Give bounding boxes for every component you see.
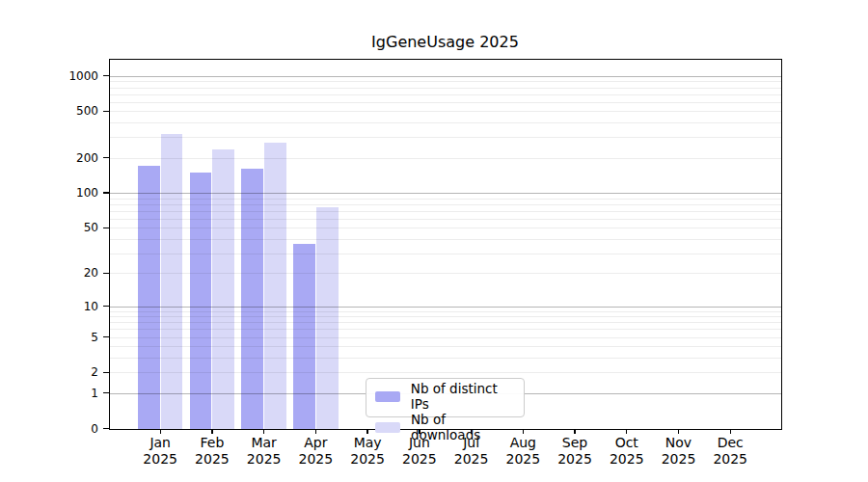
y-tick-label-500: 500 <box>37 103 98 119</box>
bar-distinct-ips-mar <box>241 169 263 428</box>
y-tick-label-1000: 1000 <box>37 68 98 84</box>
chart-title: IgGeneUsage 2025 <box>109 33 781 52</box>
x-tick-mar <box>263 430 264 435</box>
x-tick-may <box>366 430 367 435</box>
x-tick-aug <box>523 430 524 435</box>
x-tick-label-dec: Dec 2025 <box>696 435 764 468</box>
y-grid-minor-20 <box>110 273 781 274</box>
y-grid-minor-500 <box>110 111 781 112</box>
chart-figure: IgGeneUsage 2025 01251020501002005001000… <box>0 0 868 482</box>
y-grid-minor-9 <box>110 311 781 312</box>
y-grid-minor-8 <box>110 316 781 317</box>
y-grid-minor-80 <box>110 204 781 205</box>
y-grid-minor-600 <box>110 102 781 103</box>
y-grid-minor-3 <box>110 358 781 359</box>
y-tick-label-100: 100 <box>37 185 98 201</box>
y-grid-minor-800 <box>110 88 781 89</box>
y-grid-minor-7 <box>110 322 781 323</box>
legend-label-distinct-ips: Nb of distinct IPs <box>411 381 515 412</box>
y-tick-label-10: 10 <box>37 299 98 314</box>
y-grid-minor-50 <box>110 228 781 228</box>
y-grid-minor-70 <box>110 211 781 212</box>
y-grid-major-100 <box>110 193 781 194</box>
y-tick-label-1: 1 <box>37 386 98 401</box>
x-tick-jan <box>160 430 161 435</box>
y-tick-label-50: 50 <box>37 220 98 235</box>
y-tick-0 <box>103 428 109 429</box>
y-grid-minor-4 <box>110 346 781 347</box>
y-tick-1000 <box>103 75 109 76</box>
bar-distinct-ips-jan <box>138 166 160 428</box>
x-tick-feb <box>211 430 212 435</box>
y-tick-label-200: 200 <box>37 150 98 166</box>
x-tick-dec <box>730 430 731 435</box>
bar-downloads-feb <box>212 149 234 428</box>
legend-swatch-distinct-ips-icon <box>375 391 400 402</box>
bar-downloads-apr <box>316 207 339 428</box>
x-tick-oct <box>626 430 627 435</box>
y-grid-minor-400 <box>110 122 781 123</box>
bar-downloads-jan <box>161 134 183 429</box>
y-tick-2 <box>103 372 109 373</box>
legend-item-downloads: Nb of downloads <box>375 412 515 442</box>
bar-downloads-mar <box>264 143 286 429</box>
x-tick-nov <box>678 430 679 435</box>
legend-label-downloads: Nb of downloads <box>411 412 515 442</box>
y-grid-major-1000 <box>110 76 781 77</box>
legend: Nb of distinct IPs Nb of downloads <box>366 378 525 417</box>
x-tick-apr <box>315 430 316 435</box>
y-tick-label-20: 20 <box>37 265 98 281</box>
y-tick-20 <box>103 273 109 274</box>
y-grid-minor-300 <box>110 137 781 138</box>
legend-swatch-downloads-icon <box>375 422 400 433</box>
y-tick-1 <box>103 392 109 393</box>
x-tick-sep <box>574 430 575 435</box>
y-tick-100 <box>103 192 109 193</box>
y-grid-minor-900 <box>110 81 781 82</box>
y-grid-minor-5 <box>110 337 781 338</box>
y-tick-10 <box>103 306 109 307</box>
y-grid-major-10 <box>110 307 781 308</box>
y-grid-minor-40 <box>110 239 781 240</box>
y-tick-label-0: 0 <box>37 421 98 437</box>
y-grid-minor-700 <box>110 94 781 95</box>
y-tick-50 <box>103 228 109 228</box>
y-grid-minor-30 <box>110 254 781 254</box>
y-grid-minor-60 <box>110 219 781 220</box>
y-tick-5 <box>103 336 109 337</box>
y-grid-minor-6 <box>110 329 781 330</box>
y-tick-label-5: 5 <box>37 330 98 345</box>
plot-area <box>109 59 782 430</box>
y-grid-minor-90 <box>110 199 781 200</box>
y-tick-500 <box>103 111 109 112</box>
y-tick-200 <box>103 157 109 158</box>
y-grid-minor-200 <box>110 158 781 159</box>
legend-item-distinct-ips: Nb of distinct IPs <box>375 381 515 412</box>
y-tick-label-2: 2 <box>37 364 98 380</box>
y-grid-minor-2 <box>110 372 781 373</box>
